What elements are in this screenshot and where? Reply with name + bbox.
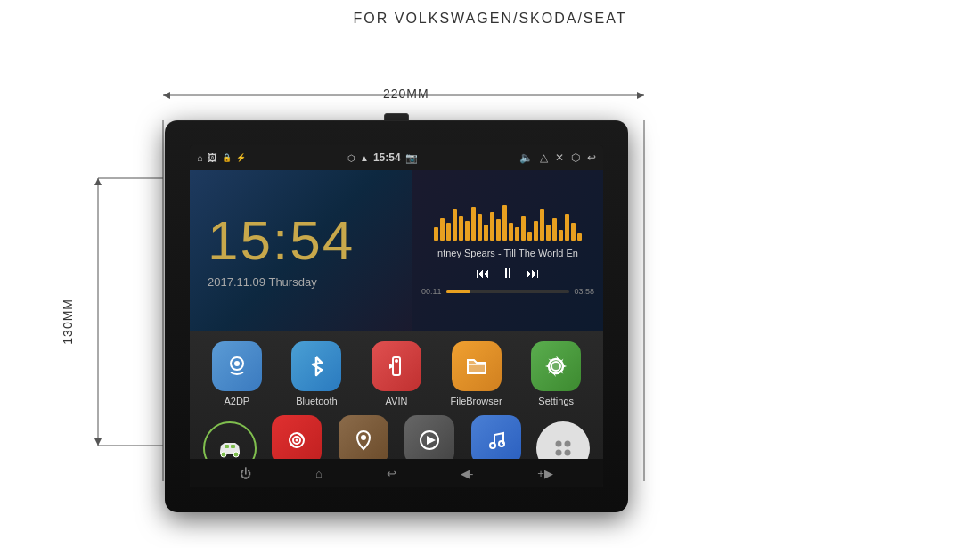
svg-point-23 — [296, 439, 298, 442]
vol-up-icon[interactable]: +▶ — [537, 467, 553, 480]
android-icon[interactable]: ⬡ — [571, 151, 580, 164]
music-visualizer — [434, 205, 582, 241]
device-wrapper: MIC GPS RST ⌂ 🖼 🔒 ⚡ ⬡ ▲ 15:54 📷 — [147, 94, 646, 521]
svg-point-29 — [555, 440, 561, 446]
status-bar: ⌂ 🖼 🔒 ⚡ ⬡ ▲ 15:54 📷 🔈 △ ✕ ⬡ ↩ — [190, 145, 603, 170]
svg-marker-6 — [94, 178, 102, 185]
power-icon[interactable]: ⏻ — [240, 467, 251, 480]
bluetooth-icon — [291, 341, 341, 391]
app-avin[interactable]: AVIN — [361, 341, 432, 406]
bar13 — [509, 223, 513, 241]
status-time: 15:54 — [373, 151, 401, 164]
bar3 — [446, 223, 451, 241]
bar15 — [521, 216, 526, 241]
head-unit: MIC GPS RST ⌂ 🖼 🔒 ⚡ ⬡ ▲ 15:54 📷 — [165, 120, 628, 512]
navigation-icon — [339, 415, 388, 465]
music-title: ntney Spears - Till The World En — [421, 248, 594, 258]
avin-icon — [372, 341, 421, 391]
app-filebrowser[interactable]: FileBrowser — [441, 341, 512, 406]
close-nav-icon[interactable]: ✕ — [555, 151, 564, 164]
svg-marker-7 — [94, 438, 102, 446]
bar22 — [565, 214, 569, 241]
bar11 — [496, 219, 501, 241]
app-row-1: A2DP Bluetooth — [197, 341, 596, 406]
bar14 — [515, 227, 519, 241]
bar17 — [534, 221, 538, 241]
svg-point-32 — [564, 449, 570, 455]
bar19 — [546, 225, 551, 241]
svg-point-16 — [552, 363, 559, 370]
svg-point-28 — [499, 441, 504, 446]
bar7 — [471, 207, 476, 241]
status-icons-center: ⬡ ▲ 15:54 📷 — [347, 151, 418, 164]
bar24 — [577, 233, 582, 241]
svg-point-30 — [564, 440, 570, 446]
nav-icons: 🔈 △ ✕ ⬡ ↩ — [519, 151, 596, 164]
bar5 — [459, 216, 463, 241]
bar16 — [527, 232, 532, 241]
settings-icon — [531, 341, 581, 391]
filebrowser-icon — [452, 341, 502, 391]
bluetooth-status-icon: ⬡ — [347, 153, 355, 163]
a2dp-icon — [212, 341, 262, 391]
svg-marker-26 — [427, 436, 436, 445]
svg-point-31 — [555, 449, 561, 455]
svg-point-11 — [234, 361, 240, 366]
bar1 — [434, 227, 438, 241]
eject-icon[interactable]: △ — [540, 151, 548, 164]
avin-label: AVIN — [386, 396, 408, 406]
svg-point-18 — [233, 452, 239, 457]
music-controls[interactable]: ⏮ ⏸ ⏭ — [476, 266, 540, 282]
svg-point-13 — [395, 359, 398, 363]
bar6 — [465, 221, 470, 241]
lock-icon: 🔒 — [222, 153, 232, 162]
bar10 — [490, 212, 494, 241]
play-pause-button[interactable]: ⏸ — [501, 266, 515, 282]
music-icon — [471, 415, 521, 465]
clock-widget: 15:54 2017.11.09 Thursday — [190, 170, 412, 331]
app-settings[interactable]: Settings — [520, 341, 592, 406]
bluetooth-label: Bluetooth — [296, 396, 337, 406]
volume-nav-icon[interactable]: 🔈 — [519, 151, 533, 164]
svg-rect-19 — [225, 445, 229, 448]
clock-time: 15:54 — [208, 213, 355, 268]
status-icons-left: ⌂ 🖼 🔒 ⚡ — [197, 152, 246, 163]
music-progress: 00:11 03:58 — [421, 287, 594, 296]
radio-icon — [272, 415, 322, 465]
svg-point-17 — [221, 452, 226, 457]
a2dp-label: A2DP — [224, 396, 249, 406]
bar9 — [484, 225, 488, 241]
progress-fill — [446, 290, 471, 293]
vol-down-icon[interactable]: ◀- — [461, 467, 473, 480]
bottom-bar: ⏻ ⌂ ↩ ◀- +▶ — [190, 459, 603, 487]
back-bottom-icon[interactable]: ↩ — [387, 467, 396, 480]
bar18 — [540, 209, 544, 241]
progress-bar[interactable] — [446, 290, 570, 293]
svg-point-27 — [490, 443, 495, 448]
page-title: FOR VOLKSWAGEN/SKODA/SEAT — [0, 0, 980, 27]
svg-rect-20 — [231, 445, 235, 448]
camera-icon: 📷 — [405, 152, 418, 164]
back-nav-icon[interactable]: ↩ — [587, 151, 596, 164]
bar2 — [440, 218, 445, 241]
music-widget: ntney Spears - Till The World En ⏮ ⏸ ⏭ 0… — [412, 170, 603, 331]
app-a2dp[interactable]: A2DP — [201, 341, 273, 406]
clock-date: 2017.11.09 Thursday — [208, 275, 317, 289]
next-button[interactable]: ⏭ — [526, 266, 540, 282]
wifi-icon: ▲ — [360, 153, 369, 163]
time-current: 00:11 — [421, 287, 442, 296]
bar4 — [453, 209, 457, 241]
screen: ⌂ 🖼 🔒 ⚡ ⬡ ▲ 15:54 📷 🔈 △ ✕ ⬡ ↩ — [190, 145, 603, 487]
bar21 — [559, 230, 563, 241]
dimension-130-label: 130MM — [61, 299, 75, 345]
usb-icon: ⚡ — [236, 153, 246, 162]
filebrowser-label: FileBrowser — [451, 396, 502, 406]
app-bluetooth[interactable]: Bluetooth — [281, 341, 352, 406]
bar8 — [478, 214, 482, 241]
bar23 — [571, 223, 576, 241]
bar20 — [552, 218, 557, 241]
home-bottom-icon[interactable]: ⌂ — [315, 467, 323, 480]
home-icon: ⌂ — [197, 152, 203, 163]
bar12 — [502, 205, 507, 241]
prev-button[interactable]: ⏮ — [476, 266, 490, 282]
